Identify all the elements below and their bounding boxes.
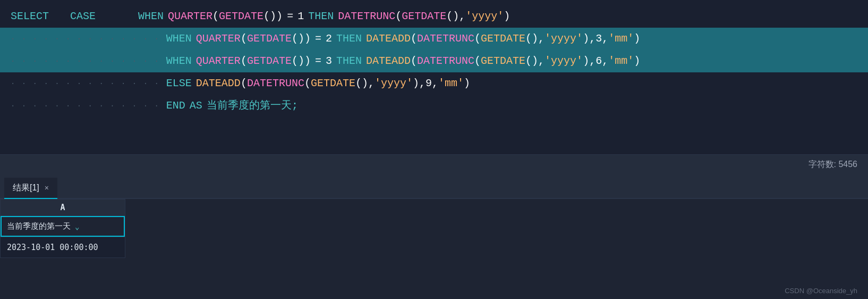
- keyword-when-3: WHEN: [166, 51, 192, 71]
- keyword-as: AS: [190, 96, 202, 116]
- dropdown-arrow-icon[interactable]: ⌄: [75, 222, 79, 231]
- alias-chinese: 当前季度的第一天;: [207, 96, 298, 116]
- keyword-end: END: [166, 96, 185, 116]
- keyword-case: CASE: [70, 6, 96, 27]
- results-table: A 当前季度的第一天 ⌄ 2023-10-01 00:00:00: [0, 199, 125, 258]
- code-line-4: · · · · · · · · · · · · · · ELSE DATEADD…: [0, 72, 868, 95]
- keyword-then-1: THEN: [308, 6, 334, 27]
- char-count: 字符数: 5456: [809, 159, 857, 170]
- keyword-when-2: WHEN: [166, 29, 192, 49]
- code-editor: SELECT CASE WHEN QUARTER(GETDATE()) = 1 …: [0, 0, 868, 154]
- keyword-then-2: THEN: [336, 29, 362, 49]
- table-row-value: 2023-10-01 00:00:00: [1, 237, 125, 258]
- tab-close-button[interactable]: ×: [45, 184, 49, 192]
- results-wrapper: A 当前季度的第一天 ⌄ 2023-10-01 00:00:00: [0, 199, 868, 299]
- table-row-header: 当前季度的第一天 ⌄: [1, 216, 125, 237]
- keyword-when-1: WHEN: [138, 6, 164, 27]
- fn-quarter-1: QUARTER: [168, 6, 212, 27]
- column-header-a: A: [1, 200, 125, 216]
- watermark: CSDN @Oceanside_yh: [785, 287, 857, 295]
- fn-getdate-1: GETDATE: [219, 6, 263, 27]
- keyword-then-3: THEN: [336, 51, 362, 71]
- column-name-text: 当前季度的第一天: [7, 221, 71, 231]
- cell-column-name[interactable]: 当前季度的第一天 ⌄: [1, 216, 125, 237]
- code-line-2: · · · · · · · · · · · · · · WHEN QUARTER…: [0, 28, 868, 50]
- result-tab-1[interactable]: 结果[1] ×: [4, 178, 57, 199]
- status-bar: 字符数: 5456: [0, 154, 868, 175]
- fn-datetrunc-1: DATETRUNC: [338, 6, 395, 27]
- cell-value: 2023-10-01 00:00:00: [1, 237, 125, 258]
- keyword-select: SELECT: [11, 6, 49, 27]
- code-line-3: · · · · · · · · · · · · · · WHEN QUARTER…: [0, 50, 868, 72]
- code-line-1: SELECT CASE WHEN QUARTER(GETDATE()) = 1 …: [0, 5, 868, 28]
- cell-value-text: 2023-10-01 00:00:00: [1, 237, 125, 258]
- keyword-else: ELSE: [166, 73, 192, 94]
- results-tabs: 结果[1] ×: [0, 175, 868, 199]
- code-line-5: · · · · · · · · · · · · · · END AS 当前季度的…: [0, 95, 868, 117]
- tab-label: 结果[1]: [13, 182, 39, 194]
- results-panel: 结果[1] × A 当前季度的第一天 ⌄: [0, 175, 868, 299]
